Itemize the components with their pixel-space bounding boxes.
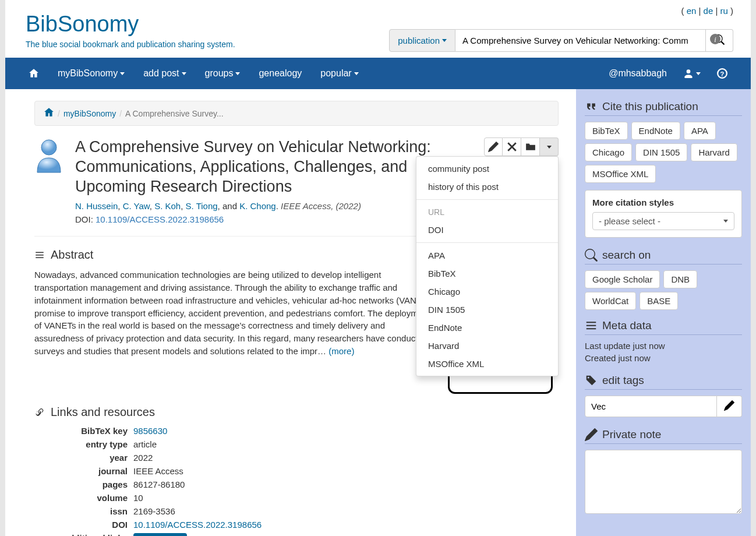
dropdown-harvard[interactable]: Harvard	[416, 337, 558, 355]
folder-button[interactable]	[521, 137, 540, 156]
abstract-more-link[interactable]: (more)	[328, 346, 354, 356]
info-icon[interactable]: i	[710, 34, 720, 46]
caret-down-icon	[442, 39, 447, 42]
language-switcher: ( en | de | ru )	[681, 6, 733, 16]
delete-button[interactable]	[503, 137, 521, 156]
svg-text:i: i	[714, 36, 716, 44]
nav-groups[interactable]: groups	[205, 68, 241, 79]
dropdown-history[interactable]: history of this post	[416, 178, 558, 196]
author-link[interactable]: S. Koh	[154, 201, 181, 211]
caret-down-icon	[547, 146, 552, 149]
breadcrumb-current: A Comprehensive Survey...	[125, 109, 224, 118]
publication-journal: IEEE Access,	[281, 201, 333, 211]
cite-bibtex[interactable]: BibTeX	[585, 122, 628, 140]
dropdown-url-header: URL	[416, 203, 558, 221]
dropdown-msoffice[interactable]: MSOffice XML	[416, 355, 558, 373]
dropdown-doi[interactable]: DOI	[416, 221, 558, 239]
nav-username[interactable]: @mhsabbagh	[609, 68, 667, 79]
search-base[interactable]: BASE	[640, 292, 678, 310]
x-icon	[507, 142, 517, 152]
edit-button[interactable]	[484, 137, 503, 156]
brand-title[interactable]: BibSonomy	[26, 12, 139, 36]
nav-help[interactable]: ?	[717, 68, 727, 79]
more-dropdown-toggle[interactable]	[540, 137, 559, 156]
search-type-dropdown[interactable]: publication	[389, 29, 455, 52]
publication-authors: N. Hussein, C. Yaw, S. Koh, S. Tiong, an…	[75, 201, 472, 211]
more-citation-styles-box: More citation styles - please select -	[585, 190, 742, 238]
lang-de[interactable]: de	[704, 6, 713, 16]
nav-home[interactable]	[29, 68, 39, 79]
tags-icon	[585, 374, 598, 387]
author-link[interactable]: N. Hussein	[75, 201, 118, 211]
cite-harvard[interactable]: Harvard	[691, 143, 737, 161]
search-dnb[interactable]: DNB	[663, 270, 697, 288]
pencil-icon	[585, 428, 598, 441]
search-bar: publication	[389, 29, 733, 52]
journal-value: IEEE Access	[133, 466, 559, 476]
author-link[interactable]: C. Yaw	[123, 201, 150, 211]
search-on-header: search on	[585, 246, 742, 265]
lang-en[interactable]: en	[687, 6, 697, 16]
meta-created: Created just now	[585, 353, 742, 363]
breadcrumb-home[interactable]	[44, 107, 54, 119]
cite-din1505[interactable]: DIN 1505	[635, 143, 687, 161]
search-input[interactable]	[455, 29, 706, 52]
lang-ru[interactable]: ru	[720, 6, 727, 16]
dropdown-endnote[interactable]: EndNote	[416, 319, 558, 337]
svg-text:?: ?	[720, 70, 725, 77]
nav-user-menu[interactable]	[683, 68, 701, 79]
dropdown-chicago[interactable]: Chicago	[416, 283, 558, 301]
search-icon	[585, 249, 598, 262]
pencil-icon	[488, 142, 499, 152]
cite-msoffice[interactable]: MSOffice XML	[585, 165, 656, 183]
cite-apa[interactable]: APA	[684, 122, 716, 140]
private-note-textarea[interactable]	[585, 450, 742, 514]
svg-point-4	[41, 140, 56, 155]
action-button-group: community post history of this post URL …	[484, 137, 559, 224]
nav-addpost[interactable]: add post	[143, 68, 186, 79]
private-note-header: Private note	[585, 426, 742, 444]
caret-down-icon	[723, 220, 728, 223]
main-content: / myBibSonomy / A Comprehensive Survey..…	[5, 89, 576, 536]
issn-value: 2169-3536	[133, 506, 559, 516]
pages-value: 86127-86180	[133, 479, 559, 489]
bibtex-key-link[interactable]: 9856630	[133, 426, 167, 436]
avatar[interactable]	[34, 137, 63, 175]
person-icon	[683, 68, 694, 79]
caret-down-icon	[696, 72, 701, 75]
tags-edit-button[interactable]	[717, 396, 742, 417]
add-url-button[interactable]: add URL	[133, 533, 187, 536]
publication-doi: DOI: 10.1109/ACCESS.2022.3198656	[75, 214, 472, 224]
list-icon	[34, 250, 45, 260]
home-icon	[29, 68, 39, 79]
author-link[interactable]: S. Tiong	[186, 201, 218, 211]
dropdown-bibtex[interactable]: BibTeX	[416, 265, 558, 283]
nav-popular[interactable]: popular	[320, 68, 358, 79]
meta-last-update: Last update just now	[585, 341, 742, 351]
cite-endnote[interactable]: EndNote	[631, 122, 680, 140]
more-styles-label: More citation styles	[592, 198, 674, 207]
caret-down-icon	[182, 72, 186, 75]
tags-input[interactable]	[585, 396, 717, 417]
dropdown-din1505[interactable]: DIN 1505	[416, 301, 558, 319]
dropdown-community-post[interactable]: community post	[416, 160, 558, 178]
citation-style-select[interactable]: - please select -	[592, 212, 734, 230]
doi-value-link[interactable]: 10.1109/ACCESS.2022.3198656	[133, 520, 262, 530]
doi-link[interactable]: 10.1109/ACCESS.2022.3198656	[96, 214, 224, 224]
nav-genealogy[interactable]: genealogy	[259, 68, 302, 79]
person-icon	[34, 137, 63, 175]
cite-chicago[interactable]: Chicago	[585, 143, 632, 161]
search-scholar[interactable]: Google Scholar	[585, 270, 660, 288]
search-worldcat[interactable]: WorldCat	[585, 292, 636, 310]
header: ( en | de | ru ) BibSonomy The blue soci…	[5, 0, 751, 58]
caret-down-icon	[235, 72, 240, 75]
nav-mybibsonomy[interactable]: myBibSonomy	[58, 68, 125, 79]
dropdown-apa[interactable]: APA	[416, 246, 558, 265]
help-icon: ?	[717, 68, 727, 79]
author-link[interactable]: K. Chong	[239, 201, 276, 211]
breadcrumb-my[interactable]: myBibSonomy	[63, 109, 116, 118]
year-value: 2022	[133, 453, 559, 463]
volume-value: 10	[133, 493, 559, 503]
resource-table: BibTeX key9856630 entry typearticle year…	[34, 426, 559, 536]
cite-format-group: BibTeX EndNote APA Chicago DIN 1505 Harv…	[585, 122, 742, 183]
